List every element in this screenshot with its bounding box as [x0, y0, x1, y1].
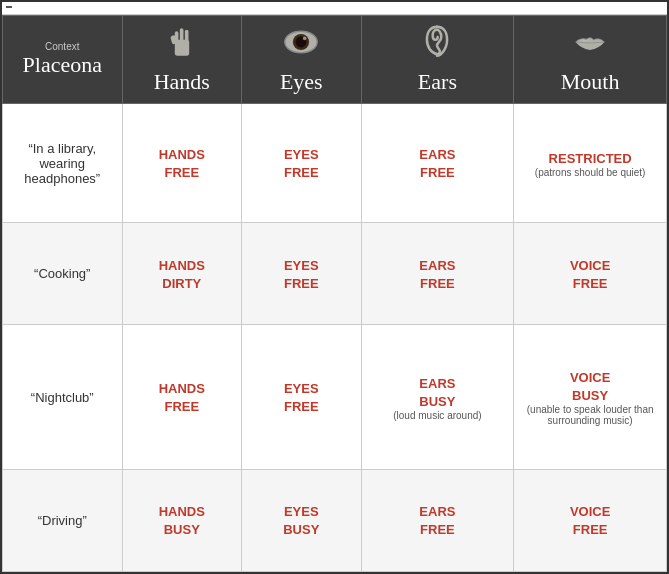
hands-status-main: HANDS — [159, 381, 205, 396]
ears-status-main: EARS — [419, 504, 455, 519]
svg-point-10 — [581, 38, 588, 42]
header-eyes: Eyes — [242, 16, 362, 104]
ears-status-cell: EARSBUSY(loud music around) — [361, 325, 514, 469]
hands-status-cell: HANDSBUSY — [122, 469, 242, 571]
scenario-cell: “In a library, wearing headphones” — [3, 104, 123, 223]
eyes-status-cell: EYESBUSY — [242, 469, 362, 571]
hands-status-main: HANDS — [159, 147, 205, 162]
mouth-status-line2: FREE — [573, 276, 608, 291]
header-context: Context Placeona — [3, 16, 123, 104]
table-row: “Cooking”HANDSDIRTYEYESFREEEARSFREEVOICE… — [3, 223, 667, 325]
header-mouth: Mouth — [514, 16, 667, 104]
hands-status-cell: HANDSFREE — [122, 325, 242, 469]
eyes-status-line2: BUSY — [283, 522, 319, 537]
eyes-status-main: EYES — [284, 381, 319, 396]
hands-status-line2: BUSY — [164, 522, 200, 537]
mouth-label: Mouth — [561, 69, 620, 94]
hands-status-cell: HANDSDIRTY — [122, 223, 242, 325]
mouth-status-cell: VOICEFREE — [514, 469, 667, 571]
eye-icon — [246, 24, 357, 65]
eyes-status-main: EYES — [284, 504, 319, 519]
ears-status-line2: BUSY — [419, 394, 455, 409]
mouth-status-main: VOICE — [570, 370, 610, 385]
eyes-status-line2: FREE — [284, 276, 319, 291]
ears-status-cell: EARSFREE — [361, 104, 514, 223]
ears-label: Ears — [418, 69, 457, 94]
ears-status-line2: FREE — [420, 522, 455, 537]
ears-status-main: EARS — [419, 147, 455, 162]
scenario-cell: “Driving” — [3, 469, 123, 571]
eyes-status-cell: EYESFREE — [242, 325, 362, 469]
ears-status-main: EARS — [419, 376, 455, 391]
table-row: “Nightclub”HANDSFREEEYESFREEEARSBUSY(lou… — [3, 325, 667, 469]
mouth-status-main: VOICE — [570, 258, 610, 273]
mouth-status-line2: FREE — [573, 522, 608, 537]
ears-status-cell: EARSFREE — [361, 223, 514, 325]
table-row: “In a library, wearing headphones”HANDSF… — [3, 104, 667, 223]
eyes-status-cell: EYESFREE — [242, 104, 362, 223]
eyes-status-main: EYES — [284, 147, 319, 162]
ears-status-line2: FREE — [420, 165, 455, 180]
mouth-status-cell: VOICEFREE — [514, 223, 667, 325]
eyes-status-line2: FREE — [284, 399, 319, 414]
scenario-cell: “Cooking” — [3, 223, 123, 325]
ears-status-line2: FREE — [420, 276, 455, 291]
mouth-icon — [518, 24, 662, 65]
mouth-status-cell: RESTRICTED(patrons should be quiet) — [514, 104, 667, 223]
eyes-status-line2: FREE — [284, 165, 319, 180]
hands-status-line2: FREE — [164, 165, 199, 180]
table-header-row: Context Placeona — [3, 16, 667, 104]
hands-label: Hands — [154, 69, 210, 94]
mouth-status-main: VOICE — [570, 504, 610, 519]
mouth-status-main: RESTRICTED — [549, 151, 632, 166]
eyes-label: Eyes — [280, 69, 323, 94]
context-label: Placeona — [23, 52, 102, 77]
table-container: Context Placeona — [2, 14, 667, 572]
context-sublabel: Context — [7, 41, 118, 52]
scenario-cell: “Nightclub” — [3, 325, 123, 469]
table-row: “Driving”HANDSBUSYEYESBUSYEARSFREEVOICEF… — [3, 469, 667, 571]
ears-status-main: EARS — [419, 258, 455, 273]
mouth-status-line2: BUSY — [572, 388, 608, 403]
title-section — [2, 2, 667, 14]
hands-status-cell: HANDSFREE — [122, 104, 242, 223]
ears-status-cell: EARSFREE — [361, 469, 514, 571]
mouth-status-note: (patrons should be quiet) — [520, 167, 660, 178]
hands-status-main: HANDS — [159, 504, 205, 519]
eyes-status-cell: EYESFREE — [242, 223, 362, 325]
hands-status-line2: DIRTY — [162, 276, 201, 291]
header-hands: Hands — [122, 16, 242, 104]
hand-icon — [127, 24, 238, 65]
voice-scenarios-table: Context Placeona — [2, 15, 667, 572]
mouth-status-cell: VOICEBUSY(unable to speak louder than su… — [514, 325, 667, 469]
hands-status-main: HANDS — [159, 258, 205, 273]
mouth-status-note: (unable to speak louder than surrounding… — [520, 404, 660, 426]
svg-rect-3 — [185, 30, 189, 42]
svg-rect-2 — [180, 28, 184, 41]
ear-icon — [366, 24, 510, 65]
page-wrapper: Context Placeona — [0, 0, 669, 574]
eyes-status-main: EYES — [284, 258, 319, 273]
ears-status-note: (loud music around) — [368, 410, 508, 421]
hands-status-line2: FREE — [164, 399, 199, 414]
svg-point-8 — [303, 37, 307, 41]
watermark — [6, 6, 12, 8]
header-ears: Ears — [361, 16, 514, 104]
